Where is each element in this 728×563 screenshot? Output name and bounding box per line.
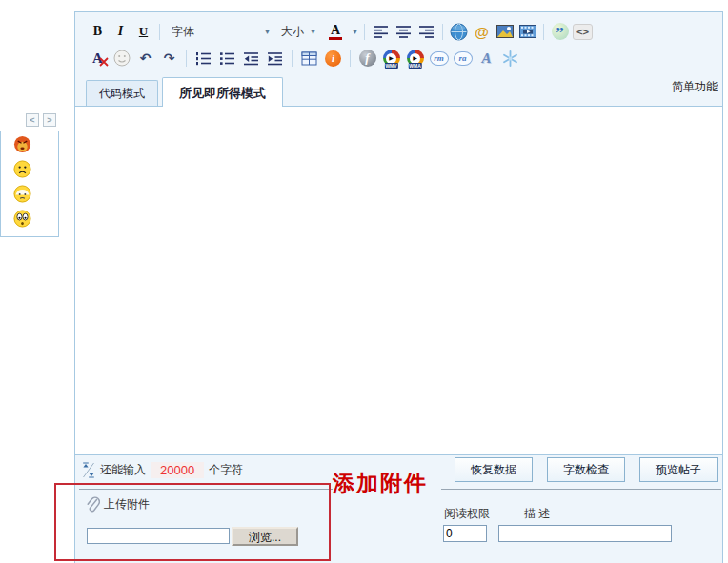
- browse-button[interactable]: 浏览...: [232, 527, 298, 546]
- post-editor-screen: < > B I U 字体 ▼ 大小 ▼: [0, 0, 728, 563]
- image-icon: [496, 25, 514, 38]
- underline-button[interactable]: U: [133, 22, 153, 41]
- smiley-prev-button[interactable]: <: [26, 113, 39, 127]
- smiley-next-button[interactable]: >: [43, 113, 56, 127]
- table-icon: [301, 51, 317, 66]
- bullet-list-button[interactable]: [217, 49, 237, 68]
- word-count-button[interactable]: 字数检查: [547, 457, 625, 482]
- chevron-down-icon: ▼: [264, 29, 271, 35]
- smiley-scared-icon[interactable]: [13, 185, 31, 203]
- toolbar-row-2: A ↶ ↷: [75, 44, 722, 70]
- separator: [442, 24, 443, 40]
- font-family-select[interactable]: 字体 ▼: [172, 22, 271, 41]
- toolbar-row-1: B I U 字体 ▼ 大小 ▼ A ▼: [75, 12, 722, 44]
- align-right-icon: [418, 25, 435, 38]
- undo-icon: ↶: [140, 50, 152, 66]
- editor-canvas[interactable]: [75, 106, 722, 455]
- font-size-select[interactable]: 大小 ▼: [281, 22, 316, 41]
- remaining-suffix: 个字符: [209, 462, 243, 478]
- play-icon: ▶: [386, 53, 396, 64]
- film-icon: [519, 25, 536, 38]
- undo-button[interactable]: ↶: [135, 49, 155, 68]
- font-family-label: 字体: [172, 24, 194, 40]
- chevron-left-icon: <: [30, 115, 34, 125]
- wma-label: WMA: [408, 63, 422, 69]
- play-icon: ▶: [410, 53, 420, 64]
- insert-link-button[interactable]: [449, 22, 469, 41]
- special-effect-button[interactable]: [500, 49, 520, 68]
- bold-button[interactable]: B: [88, 22, 108, 41]
- smiley-disabled-icon: [113, 50, 131, 67]
- align-left-icon: [373, 25, 389, 38]
- read-permission-input[interactable]: [443, 525, 487, 542]
- smiley-sad-icon[interactable]: [13, 160, 31, 178]
- tab-wysiwyg-mode[interactable]: 所见即所得模式: [162, 77, 283, 107]
- restore-data-button[interactable]: 恢复数据: [455, 457, 533, 482]
- flash-icon: f: [359, 50, 376, 67]
- ra-icon: ra: [454, 51, 473, 66]
- description-input[interactable]: [498, 525, 672, 542]
- globe-icon: [450, 23, 468, 41]
- redo-icon: ↷: [164, 50, 175, 66]
- outdent-button[interactable]: [241, 49, 261, 68]
- divider: [79, 489, 333, 490]
- ordered-list-button[interactable]: [193, 49, 213, 68]
- insert-email-button[interactable]: @: [472, 22, 492, 41]
- indent-button[interactable]: [265, 49, 285, 68]
- wma-icon: ▶ WMA: [407, 50, 424, 67]
- quote-icon: ”: [552, 23, 569, 40]
- remaining-count: 20000: [151, 462, 204, 478]
- insert-realmedia-button[interactable]: rm: [429, 49, 449, 68]
- description-label: 描 述: [524, 506, 550, 522]
- insert-realaudio-button[interactable]: ra: [453, 49, 473, 68]
- chevron-down-icon: ▼: [352, 29, 358, 35]
- insert-flash-button[interactable]: f: [357, 49, 377, 68]
- align-center-button[interactable]: [394, 22, 414, 41]
- preview-post-button[interactable]: 预览帖子: [639, 457, 718, 482]
- smiley-surprised-icon[interactable]: [13, 210, 31, 228]
- insert-media-button[interactable]: [517, 22, 537, 41]
- font-color-icon: A: [329, 24, 342, 40]
- separator: [350, 50, 351, 67]
- chevron-down-icon: ▼: [310, 29, 316, 35]
- align-left-button[interactable]: [371, 22, 391, 41]
- info-button[interactable]: i: [323, 49, 343, 68]
- code-icon: <>: [573, 24, 593, 40]
- separator: [186, 50, 187, 67]
- annotation-add-attachment-label: 添加附件: [333, 469, 428, 498]
- insert-wma-button[interactable]: ▶ WMA: [405, 49, 425, 68]
- insert-table-button[interactable]: [299, 49, 319, 68]
- insert-quote-button[interactable]: ”: [550, 22, 570, 41]
- insert-wmv-button[interactable]: ▶ WMV: [381, 49, 401, 68]
- remove-format-button[interactable]: A: [88, 49, 108, 68]
- separator: [364, 24, 365, 40]
- wmv-icon: ▶ WMV: [383, 50, 400, 67]
- paperclip-icon: [85, 495, 100, 514]
- simple-functions-link[interactable]: 简单功能: [672, 79, 718, 95]
- insert-anchor-button[interactable]: A: [476, 49, 496, 68]
- editor-resize-handle[interactable]: [82, 462, 95, 478]
- separator: [543, 24, 544, 40]
- mode-tabs: 代码模式 所见即所得模式 简单功能: [75, 70, 722, 106]
- smiley-panel: [0, 131, 59, 237]
- anchor-icon: A: [481, 50, 491, 67]
- align-center-icon: [395, 25, 412, 38]
- italic-button[interactable]: I: [111, 22, 131, 41]
- align-right-button[interactable]: [416, 22, 436, 41]
- indent-icon: [267, 51, 283, 66]
- wmv-label: WMV: [384, 63, 397, 69]
- separator: [292, 50, 293, 67]
- font-color-picker[interactable]: A ▼: [329, 22, 358, 41]
- insert-image-button[interactable]: [495, 22, 515, 41]
- smilies-button[interactable]: [111, 49, 131, 68]
- insert-code-button[interactable]: <>: [573, 22, 593, 41]
- snowflake-icon: [502, 50, 518, 67]
- read-permission-label: 阅读权限: [444, 506, 490, 522]
- redo-button[interactable]: ↷: [159, 49, 179, 68]
- outdent-icon: [243, 51, 259, 66]
- tab-code-mode[interactable]: 代码模式: [86, 80, 158, 106]
- separator: [159, 24, 160, 40]
- bullet-list-icon: [219, 51, 235, 66]
- smiley-angry-icon[interactable]: [13, 135, 31, 153]
- attachment-file-input[interactable]: [87, 528, 230, 544]
